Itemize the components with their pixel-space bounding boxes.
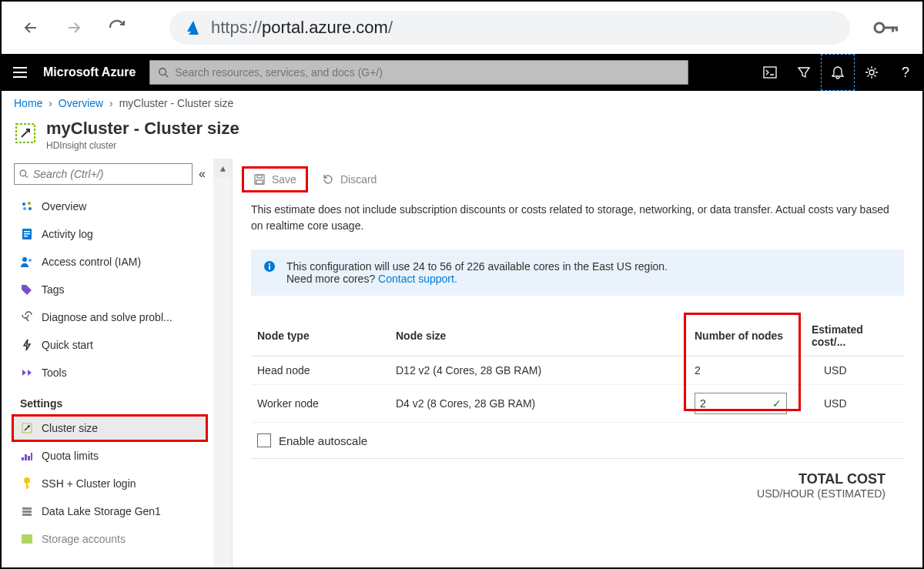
- svg-rect-3: [896, 27, 898, 32]
- save-icon: [253, 173, 266, 186]
- reload-button[interactable]: [103, 14, 131, 42]
- sidebar: « Overview Activity log Access control (…: [2, 159, 233, 569]
- cost-description: This estimate does not include subscript…: [233, 200, 922, 249]
- data-lake-icon: [20, 506, 34, 517]
- svg-rect-35: [269, 266, 270, 269]
- crumb-current: myCluster - Cluster size: [119, 97, 234, 109]
- svg-rect-2: [892, 27, 894, 32]
- worker-node-count-input[interactable]: 2 ✓: [695, 393, 787, 414]
- svg-rect-16: [24, 236, 28, 237]
- top-search-input[interactable]: [175, 66, 680, 79]
- main-content: Save Discard This estimate does not incl…: [233, 159, 922, 569]
- svg-rect-15: [24, 233, 30, 235]
- col-node-size: Node size: [390, 316, 688, 356]
- info-box: This configuration will use 24 to 56 of …: [251, 249, 904, 296]
- svg-rect-20: [22, 457, 24, 460]
- svg-rect-29: [22, 514, 32, 516]
- sidebar-item-cluster-size[interactable]: Cluster size: [12, 414, 208, 442]
- save-button[interactable]: Save: [242, 166, 308, 192]
- discard-button[interactable]: Discard: [313, 169, 386, 190]
- sidebar-item-quota-limits[interactable]: Quota limits: [14, 442, 206, 470]
- check-icon: ✓: [772, 397, 782, 410]
- tags-icon: [20, 284, 34, 295]
- svg-point-18: [28, 259, 32, 262]
- directory-filter-icon[interactable]: [787, 54, 821, 91]
- storage-icon: [20, 534, 34, 544]
- svg-rect-33: [256, 180, 263, 184]
- browser-toolbar: https://portal.azure.com/: [2, 2, 922, 54]
- sidebar-item-access-control[interactable]: Access control (IAM): [14, 248, 206, 276]
- help-icon[interactable]: ?: [889, 54, 922, 91]
- table-row: Head node D12 v2 (4 Cores, 28 GB RAM) 2 …: [251, 356, 904, 385]
- svg-rect-30: [22, 534, 32, 544]
- quota-icon: [20, 451, 34, 460]
- svg-rect-21: [25, 454, 27, 460]
- svg-point-17: [22, 257, 27, 262]
- page-header: myCluster - Cluster size HDInsight clust…: [2, 115, 922, 159]
- overview-icon: [20, 200, 34, 213]
- sidebar-item-diagnose[interactable]: Diagnose and solve probl...: [14, 303, 206, 331]
- activity-log-icon: [20, 228, 34, 240]
- sidebar-scrollbar[interactable]: ▴: [213, 159, 232, 569]
- key-icon: [20, 477, 34, 490]
- site-permissions-icon[interactable]: [865, 20, 907, 35]
- svg-rect-26: [26, 486, 29, 487]
- col-node-type: Node type: [251, 316, 390, 356]
- forward-button[interactable]: [60, 14, 88, 42]
- nodes-table: Node type Node size Number of nodes Esti…: [251, 316, 904, 423]
- svg-point-12: [28, 207, 32, 210]
- svg-rect-22: [28, 456, 30, 460]
- sidebar-section-settings: Settings: [14, 387, 206, 414]
- hamburger-menu[interactable]: [2, 67, 38, 78]
- resource-icon: [14, 122, 37, 145]
- svg-point-10: [28, 202, 31, 205]
- sidebar-item-overview[interactable]: Overview: [14, 192, 206, 220]
- enable-autoscale-row[interactable]: Enable autoscale: [257, 433, 898, 447]
- top-search[interactable]: [149, 60, 688, 85]
- svg-rect-27: [22, 507, 32, 510]
- svg-rect-23: [31, 453, 32, 460]
- autoscale-checkbox[interactable]: [257, 433, 271, 447]
- crumb-home[interactable]: Home: [14, 97, 42, 109]
- table-row: Worker node D4 v2 (8 Cores, 28 GB RAM) 2…: [251, 385, 904, 423]
- svg-point-24: [24, 477, 30, 484]
- page-subtitle: HDInsight cluster: [46, 140, 239, 151]
- info-icon: [263, 260, 277, 285]
- info-line2-prefix: Need more cores?: [286, 273, 378, 285]
- cluster-size-icon: [20, 422, 34, 434]
- total-cost: TOTAL COST USD/HOUR (ESTIMATED): [233, 471, 922, 500]
- contact-support-link[interactable]: Contact support.: [378, 273, 457, 285]
- sidebar-item-tools[interactable]: Tools: [14, 359, 206, 387]
- sidebar-search-input[interactable]: [33, 168, 187, 180]
- brand-label: Microsoft Azure: [38, 65, 149, 79]
- sidebar-item-ssh-login[interactable]: SSH + Cluster login: [14, 470, 206, 497]
- sidebar-item-activity-log[interactable]: Activity log: [14, 220, 206, 248]
- discard-icon: [322, 173, 334, 186]
- divider: [251, 458, 904, 459]
- sidebar-item-storage-accounts[interactable]: Storage accounts: [14, 525, 206, 553]
- azure-logo-icon: [183, 18, 202, 37]
- command-bar: Save Discard: [233, 159, 922, 200]
- diagnose-icon: [20, 311, 34, 323]
- svg-rect-36: [269, 263, 270, 265]
- iam-icon: [20, 256, 34, 267]
- scroll-up-icon[interactable]: ▴: [213, 159, 232, 177]
- svg-point-8: [20, 170, 26, 176]
- sidebar-item-tags[interactable]: Tags: [14, 276, 206, 303]
- svg-point-9: [22, 202, 25, 206]
- address-bar[interactable]: https://portal.azure.com/: [169, 11, 850, 45]
- sidebar-search[interactable]: [14, 163, 192, 185]
- sidebar-item-quick-start[interactable]: Quick start: [14, 331, 206, 359]
- settings-icon[interactable]: [855, 54, 889, 91]
- svg-rect-1: [883, 27, 897, 29]
- autoscale-label: Enable autoscale: [279, 434, 367, 447]
- back-button[interactable]: [17, 14, 45, 42]
- collapse-icon[interactable]: «: [199, 167, 206, 181]
- sidebar-item-data-lake[interactable]: Data Lake Storage Gen1: [14, 497, 206, 525]
- notifications-icon[interactable]: [821, 54, 855, 91]
- svg-rect-28: [22, 510, 32, 513]
- cloud-shell-icon[interactable]: [753, 54, 787, 91]
- page-title: myCluster - Cluster size: [46, 119, 239, 139]
- col-est-cost: Estimated cost/...: [796, 316, 904, 356]
- crumb-overview[interactable]: Overview: [59, 97, 103, 109]
